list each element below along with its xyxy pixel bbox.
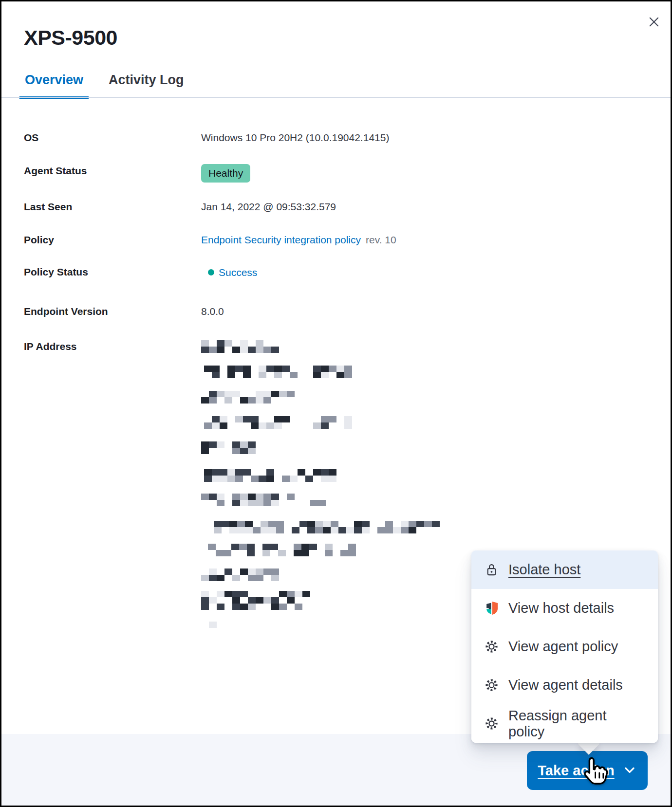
policy-status-label: Policy Status xyxy=(24,265,201,278)
redacted-line xyxy=(201,441,255,454)
menu-item-view-agent-details[interactable]: View agent details xyxy=(471,666,658,704)
os-value: Windows 10 Pro 20H2 (10.0.19042.1415) xyxy=(201,131,651,144)
policy-label: Policy xyxy=(24,233,201,246)
endpoint-version-label: Endpoint Version xyxy=(24,305,201,318)
close-button[interactable] xyxy=(646,14,662,30)
detail-row-policy: Policy Endpoint Security integration pol… xyxy=(24,233,651,246)
health-dot-icon xyxy=(208,269,214,275)
redacted-line xyxy=(204,366,350,378)
lock-icon xyxy=(484,562,499,577)
menu-item-label: View host details xyxy=(508,600,614,616)
menu-item-isolate-host[interactable]: Isolate host xyxy=(471,550,658,589)
redacted-line xyxy=(206,521,437,533)
redacted-line xyxy=(204,416,350,429)
tab-bar: Overview Activity Log xyxy=(19,71,190,97)
host-details-flyout: XPS-9500 Overview Activity Log OS Window… xyxy=(0,0,672,807)
detail-row-endpoint-version: Endpoint Version 8.0.0 xyxy=(24,305,651,318)
security-shield-icon xyxy=(484,601,499,616)
menu-item-label: View agent policy xyxy=(508,639,618,655)
menu-item-view-agent-policy[interactable]: View agent policy xyxy=(471,627,658,666)
tab-activity-log[interactable]: Activity Log xyxy=(103,71,190,97)
redacted-line xyxy=(201,391,294,404)
gear-icon xyxy=(484,716,499,731)
tab-overview[interactable]: Overview xyxy=(19,71,89,97)
take-action-button[interactable]: Take action xyxy=(527,751,648,790)
redacted-line xyxy=(208,544,354,556)
menu-item-label: Reassign agent policy xyxy=(508,708,645,740)
detail-row-os: OS Windows 10 Pro 20H2 (10.0.19042.1415) xyxy=(24,131,651,144)
redacted-line xyxy=(201,569,284,581)
policy-link[interactable]: Endpoint Security integration policy xyxy=(201,234,361,245)
detail-row-agent-status: Agent Status Healthy xyxy=(24,164,651,183)
last-seen-label: Last Seen xyxy=(24,200,201,213)
agent-status-badge: Healthy xyxy=(201,164,250,183)
endpoint-version-value: 8.0.0 xyxy=(201,305,651,318)
policy-revision: rev. 10 xyxy=(366,234,396,245)
chevron-down-icon xyxy=(622,761,637,781)
take-action-menu: Isolate host View host details View agen… xyxy=(471,550,658,743)
last-seen-value: Jan 14, 2022 @ 09:53:32.579 xyxy=(201,200,651,213)
menu-item-view-host-details[interactable]: View host details xyxy=(471,589,658,627)
policy-status-health[interactable]: Success xyxy=(201,266,257,279)
take-action-label: Take action xyxy=(538,763,614,779)
policy-status-value: Success xyxy=(219,266,257,279)
menu-item-label: Isolate host xyxy=(508,562,580,578)
close-icon xyxy=(647,15,661,29)
header-divider xyxy=(1,97,671,98)
gear-icon xyxy=(484,639,499,654)
redacted-line xyxy=(201,340,279,353)
detail-row-policy-status: Policy Status Success xyxy=(24,265,651,279)
redacted-line xyxy=(201,494,333,506)
redacted-line xyxy=(204,469,336,482)
os-label: OS xyxy=(24,131,201,144)
menu-item-label: View agent details xyxy=(508,677,623,693)
menu-item-reassign-agent-policy[interactable]: Reassign agent policy xyxy=(471,704,658,743)
agent-status-label: Agent Status xyxy=(24,164,201,177)
redacted-line xyxy=(201,622,223,628)
gear-icon xyxy=(484,678,499,693)
redacted-line xyxy=(201,591,306,610)
detail-row-last-seen: Last Seen Jan 14, 2022 @ 09:53:32.579 xyxy=(24,200,651,213)
page-title: XPS-9500 xyxy=(24,26,117,50)
ip-address-label: IP Address xyxy=(24,340,201,353)
